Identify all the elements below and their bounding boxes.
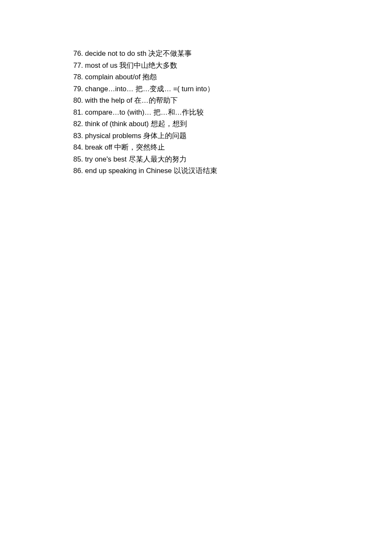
item-chinese: 抱怨 — [142, 73, 157, 81]
item-number: 77. — [73, 61, 83, 69]
item-chinese: 中断，突然终止 — [114, 143, 165, 151]
item-number: 82. — [73, 120, 83, 127]
item-number: 76. — [73, 49, 83, 57]
item-chinese: 以说汉语结束 — [174, 167, 217, 174]
item-english: decide not to do sth — [85, 49, 149, 57]
item-number: 81. — [73, 108, 83, 116]
list-item: 82. think of (think about) 想起，想到 — [73, 118, 392, 130]
item-english: end up speaking in Chinese — [85, 167, 174, 174]
list-item: 83. physical problems 身体上的问题 — [73, 130, 392, 142]
list-item: 84. break off 中断，突然终止 — [73, 142, 392, 153]
list-item: 81. compare…to (with)… 把…和…作比较 — [73, 107, 392, 119]
item-english: try one's best — [85, 155, 129, 163]
item-chinese: 把…和…作比较 — [153, 108, 204, 116]
item-chinese: 在…的帮助下 — [134, 96, 178, 104]
list-item: 76. decide not to do sth 决定不做某事 — [73, 48, 392, 60]
item-chinese: 我们中山绝大多数 — [119, 61, 177, 69]
item-number: 83. — [73, 132, 83, 139]
item-chinese: 尽某人最大的努力 — [129, 155, 187, 163]
list-item: 80. with the help of 在…的帮助下 — [73, 95, 392, 107]
item-number: 86. — [73, 167, 83, 174]
item-chinese: 身体上的问题 — [143, 132, 187, 139]
item-english: complain about/of — [85, 73, 143, 81]
item-english: think of (think about) — [85, 120, 151, 127]
item-english: with the help of — [85, 96, 135, 104]
item-number: 78. — [73, 73, 83, 81]
item-number: 84. — [73, 143, 83, 151]
item-english: break off — [85, 143, 115, 151]
item-number: 79. — [73, 85, 83, 92]
item-chinese: 把…变成… =( turn into） — [135, 85, 214, 92]
item-english: physical problems — [85, 132, 144, 139]
item-chinese: 想起，想到 — [151, 120, 187, 127]
list-item: 79. change…into… 把…变成… =( turn into） — [73, 83, 392, 95]
list-item: 85. try one's best 尽某人最大的努力 — [73, 153, 392, 165]
item-number: 80. — [73, 96, 83, 104]
item-english: most of us — [85, 61, 120, 69]
list-item: 77. most of us 我们中山绝大多数 — [73, 60, 392, 72]
item-chinese: 决定不做某事 — [148, 49, 192, 57]
list-item: 86. end up speaking in Chinese 以说汉语结束 — [73, 165, 392, 177]
item-english: compare…to (with)… — [85, 108, 153, 116]
list-item: 78. complain about/of 抱怨 — [73, 71, 392, 83]
item-number: 85. — [73, 155, 83, 163]
item-english: change…into… — [85, 85, 134, 92]
vocabulary-list: 76. decide not to do sth 决定不做某事 77. most… — [73, 48, 392, 177]
